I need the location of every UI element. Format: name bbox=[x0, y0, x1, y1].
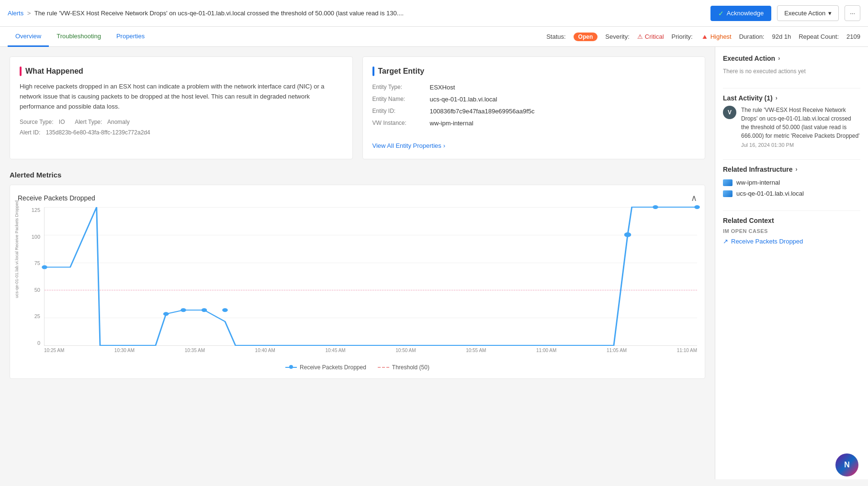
flame-icon: 🔺 bbox=[700, 33, 709, 41]
entity-id-value: 100836fb7c9e47faa189e69956aa9f5c bbox=[430, 108, 696, 115]
entity-id-label: Entity ID: bbox=[372, 108, 430, 115]
user-avatar[interactable]: N bbox=[835, 453, 858, 476]
top-bar: Alerts > The rule 'VW-ESX Host Receive N… bbox=[0, 0, 868, 27]
legend-threshold-indicator bbox=[378, 367, 389, 368]
entity-type-value: ESXHost bbox=[430, 84, 696, 91]
tab-troubleshooting[interactable]: Troubleshooting bbox=[49, 27, 109, 47]
tab-properties[interactable]: Properties bbox=[109, 27, 152, 47]
repeat-label: Repeat Count: bbox=[799, 33, 839, 40]
y-label-0: 0 bbox=[37, 340, 40, 346]
acknowledge-button[interactable]: ✓ Acknowledge bbox=[710, 6, 771, 21]
activity-time: Jul 16, 2024 01:30 PM bbox=[741, 142, 860, 148]
line-chart-svg bbox=[45, 207, 697, 345]
target-entity-title: Target Entity bbox=[372, 66, 696, 76]
related-context-title: Related Context bbox=[723, 217, 860, 224]
target-entity-card: Target Entity Entity Type: ESXHost Entit… bbox=[362, 56, 706, 159]
last-activity-chevron: › bbox=[776, 95, 778, 101]
chart-title: Receive Packets Dropped bbox=[18, 194, 95, 202]
last-activity-title[interactable]: Last Activity (1) › bbox=[723, 94, 860, 102]
infra-label-1: ww-ipm-internal bbox=[736, 179, 780, 186]
breadcrumb-separator: > bbox=[27, 10, 31, 17]
alerted-metrics-title: Alerted Metrics bbox=[10, 171, 705, 179]
duration-value: 92d 1h bbox=[772, 33, 791, 40]
related-infrastructure-chevron: › bbox=[795, 166, 797, 173]
legend-item-threshold: Threshold (50) bbox=[378, 364, 429, 371]
executed-action-title[interactable]: Executed Action › bbox=[723, 55, 860, 62]
x-label-1055: 10:55 AM bbox=[466, 348, 486, 353]
check-icon: ✓ bbox=[718, 10, 724, 17]
vw-instance-value: ww-ipm-internal bbox=[430, 120, 696, 127]
infra-item-1[interactable]: ww-ipm-internal bbox=[723, 177, 860, 188]
execute-action-label: Execute Action bbox=[784, 10, 825, 17]
breadcrumb: Alerts > The rule 'VW-ESX Host Receive N… bbox=[8, 10, 705, 17]
activity-content: The rule 'VW-ESX Host Receive Network Dr… bbox=[741, 106, 860, 148]
alert-id-value: 135d823b-6e80-43fa-8ffc-1239c772a2d4 bbox=[46, 129, 150, 136]
x-label-1035: 10:35 AM bbox=[185, 348, 205, 353]
right-sidebar: Executed Action › There is no executed a… bbox=[715, 47, 868, 479]
status-badge: Open bbox=[574, 33, 598, 41]
infra-label-2: ucs-qe-01-01.lab.vi.local bbox=[736, 190, 804, 197]
legend-line-label: Receive Packets Dropped bbox=[300, 364, 366, 371]
vw-instance-label: VW Instance: bbox=[372, 120, 430, 127]
related-infrastructure-title[interactable]: Related Infrastructure › bbox=[723, 166, 860, 173]
what-happened-title: What Happened bbox=[20, 66, 343, 76]
activity-item: V The rule 'VW-ESX Host Receive Network … bbox=[723, 106, 860, 148]
data-point bbox=[180, 308, 186, 312]
chart-container: ucs-qe-01-01.lab.vi.local Receive Packet… bbox=[18, 207, 697, 360]
entity-type-label: Entity Type: bbox=[372, 84, 430, 91]
x-label-1045: 10:45 AM bbox=[325, 348, 345, 353]
severity-value: ⚠ Critical bbox=[637, 33, 664, 40]
what-happened-card: What Happened High receive packets dropp… bbox=[10, 56, 353, 159]
related-context-section: Related Context IM OPEN CASES ↗ Receive … bbox=[723, 217, 860, 245]
x-label-1040: 10:40 AM bbox=[255, 348, 275, 353]
legend-line-indicator bbox=[285, 367, 297, 368]
data-point bbox=[163, 312, 169, 316]
source-type-value: IO bbox=[59, 119, 65, 125]
activity-avatar: V bbox=[723, 106, 736, 119]
infra-item-2[interactable]: ucs-qe-01-01.lab.vi.local bbox=[723, 188, 860, 199]
alerted-metrics-section: Alerted Metrics Receive Packets Dropped … bbox=[10, 171, 705, 379]
x-label-1105: 11:05 AM bbox=[607, 348, 627, 353]
status-label: Status: bbox=[546, 33, 565, 40]
tab-overview[interactable]: Overview bbox=[8, 27, 49, 47]
y-label-50: 50 bbox=[34, 287, 40, 293]
alert-type-value: Anomaly bbox=[107, 119, 130, 125]
what-happened-meta: Source Type: IO Alert Type: Anomaly Aler… bbox=[20, 117, 343, 138]
external-link-icon: ↗ bbox=[723, 238, 728, 245]
acknowledge-label: Acknowledge bbox=[727, 10, 764, 17]
entity-grid: Entity Type: ESXHost Entity Name: ucs-qe… bbox=[372, 84, 696, 127]
alert-type-label: Alert Type: bbox=[75, 119, 102, 125]
divider-2 bbox=[723, 159, 860, 160]
x-label-1030: 10:30 AM bbox=[114, 348, 135, 353]
legend-item-line: Receive Packets Dropped bbox=[285, 364, 366, 371]
server-icon-2 bbox=[723, 190, 733, 197]
chevron-right-icon: › bbox=[443, 142, 445, 149]
divider-3 bbox=[723, 210, 860, 211]
repeat-value: 2109 bbox=[846, 33, 860, 40]
tabs-bar: Overview Troubleshooting Properties Stat… bbox=[0, 27, 868, 47]
view-all-entity-properties-link[interactable]: View All Entity Properties › bbox=[372, 142, 446, 149]
chart-card: Receive Packets Dropped ∧ ucs-qe-01-01.l… bbox=[10, 185, 705, 379]
priority-label: Priority: bbox=[672, 33, 693, 40]
execute-action-button[interactable]: Execute Action ▾ bbox=[777, 5, 839, 21]
context-link[interactable]: ↗ Receive Packets Dropped bbox=[723, 238, 860, 245]
x-label-1025: 10:25 AM bbox=[44, 348, 64, 353]
y-label-100: 100 bbox=[32, 234, 40, 240]
more-options-button[interactable]: ··· bbox=[845, 5, 860, 21]
data-point-peak bbox=[624, 232, 631, 237]
x-label-1100: 11:00 AM bbox=[536, 348, 556, 353]
data-point bbox=[222, 308, 228, 312]
top-section: What Happened High receive packets dropp… bbox=[10, 56, 705, 159]
source-type-label: Source Type: bbox=[20, 119, 54, 125]
more-icon: ··· bbox=[850, 10, 855, 17]
status-bar: Status: Open Severity: ⚠ Critical Priori… bbox=[546, 33, 860, 41]
data-point bbox=[694, 205, 700, 209]
priority-value: 🔺 Highest bbox=[700, 33, 732, 41]
chart-collapse-button[interactable]: ∧ bbox=[691, 193, 697, 203]
y-axis: 125 100 75 50 25 0 bbox=[18, 207, 44, 346]
duration-label: Duration: bbox=[739, 33, 765, 40]
alert-id-label: Alert ID: bbox=[20, 129, 40, 136]
chart-area bbox=[44, 207, 697, 346]
alerts-link[interactable]: Alerts bbox=[8, 10, 23, 17]
y-label-125: 125 bbox=[32, 207, 40, 213]
